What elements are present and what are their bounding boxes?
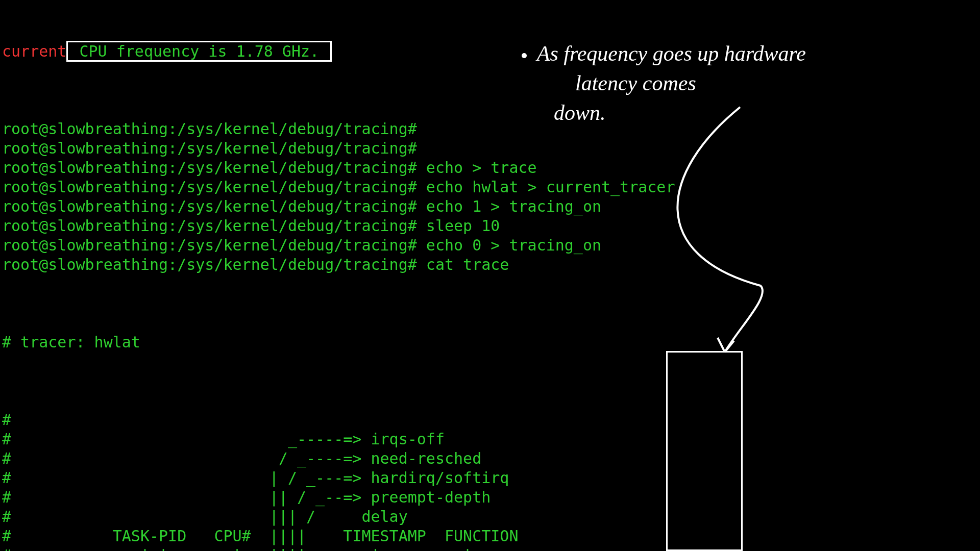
header-block-line: # || / _--=> preempt-depth — [2, 488, 978, 507]
header-block-line: # | / _---=> hardirq/softirq — [2, 468, 978, 488]
header-block-line: # ||| / delay — [2, 507, 978, 527]
command-lines: root@slowbreathing:/sys/kernel/debug/tra… — [2, 119, 978, 274]
header-block-line: # TASK-PID CPU# |||| TIMESTAMP FUNCTION — [2, 527, 978, 546]
header-block-line: # | | | |||| | | — [2, 546, 978, 551]
header-block-line: # — [2, 410, 978, 430]
tracer-line: # tracer: hwlat — [2, 333, 978, 352]
current-label: current — [2, 42, 66, 60]
prompt-line: root@slowbreathing:/sys/kernel/debug/tra… — [2, 216, 978, 236]
prompt-line: root@slowbreathing:/sys/kernel/debug/tra… — [2, 197, 978, 216]
header-block-line: # _-----=> irqs-off — [2, 430, 978, 449]
prompt-line: root@slowbreathing:/sys/kernel/debug/tra… — [2, 158, 978, 178]
header-line: current CPU frequency is 1.78 GHz. — [2, 42, 978, 61]
prompt-line: root@slowbreathing:/sys/kernel/debug/tra… — [2, 236, 978, 255]
prompt-line: root@slowbreathing:/sys/kernel/debug/tra… — [2, 119, 978, 139]
prompt-line: root@slowbreathing:/sys/kernel/debug/tra… — [2, 255, 978, 274]
header-block-line: # / _----=> need-resched — [2, 449, 978, 468]
cpu-freq-box: CPU frequency is 1.78 GHz. — [66, 41, 332, 62]
prompt-line: root@slowbreathing:/sys/kernel/debug/tra… — [2, 139, 978, 158]
prompt-line: root@slowbreathing:/sys/kernel/debug/tra… — [2, 178, 978, 197]
trace-header-block: ## _-----=> irqs-off# / _----=> need-res… — [2, 410, 978, 551]
terminal-output: current CPU frequency is 1.78 GHz. root@… — [0, 0, 980, 551]
